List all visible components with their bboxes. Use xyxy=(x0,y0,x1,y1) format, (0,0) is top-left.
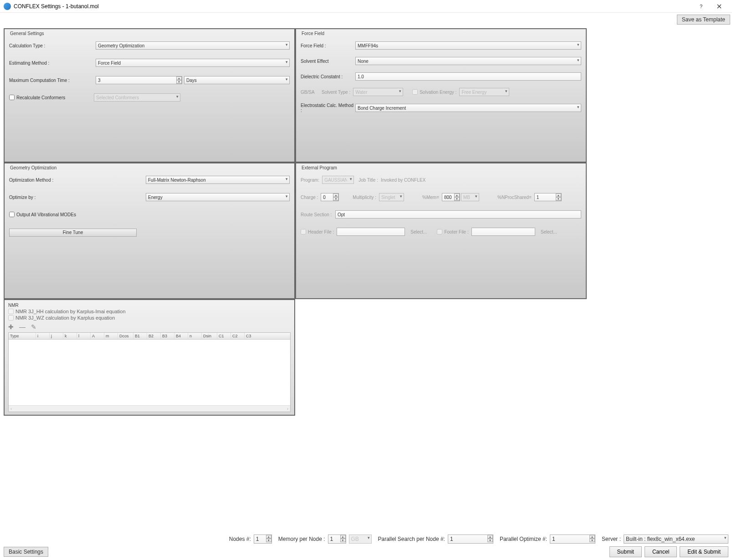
spinner-down-icon[interactable]: ▼ xyxy=(176,80,182,84)
nmr-table: Type i j k l A m Dcos B1 B2 B3 B4 n Dsin… xyxy=(8,332,291,412)
bottom-bar: Nodes #: ▲▼ Memory per Node : ▲▼ GB Para… xyxy=(0,532,732,546)
general-settings-panel: General Settings Calculation Type : Geom… xyxy=(4,28,295,163)
submit-button[interactable]: Submit xyxy=(609,546,642,557)
mem-unit-select: GB xyxy=(349,535,372,544)
nmr-col-B4[interactable]: B4 xyxy=(174,333,188,339)
recalc-label: Recalculate Conformers xyxy=(16,95,94,100)
nmr-col-B3[interactable]: B3 xyxy=(161,333,174,339)
add-icon: ✚ xyxy=(8,323,14,331)
nmr-col-A[interactable]: A xyxy=(91,333,104,339)
calc-type-label: Calculation Type : xyxy=(9,43,96,48)
max-comp-label: Maximum Computation Time : xyxy=(9,78,96,83)
footer-file-label: Footer File : xyxy=(444,229,468,234)
solvent-effect-select[interactable]: None xyxy=(355,57,581,65)
parallel-opt-label: Parallel Optimize #: xyxy=(500,536,547,542)
program-select: GAUSSIAN xyxy=(322,176,354,184)
force-field-panel: Force Field Force Field : MMFF94s Solven… xyxy=(295,28,587,163)
window-title: CONFLEX Settings - 1-butanol.mol xyxy=(14,3,99,10)
solvation-energy-label: Solvation Energy : xyxy=(420,90,456,95)
save-as-template-button[interactable]: Save as Template xyxy=(677,15,730,25)
max-comp-unit-select[interactable]: Days xyxy=(184,76,290,84)
program-label: Program: xyxy=(301,178,319,183)
electro-select[interactable]: Bond Charge Increment xyxy=(355,104,581,112)
spinner-down-icon[interactable]: ▼ xyxy=(266,539,271,542)
nmr-col-B1[interactable]: B1 xyxy=(133,333,147,339)
recalc-conformers-checkbox[interactable] xyxy=(9,95,15,100)
nmr-hh-label: NMR 3J_HH calculation by Karplus-Imai eq… xyxy=(15,309,126,314)
remove-icon: — xyxy=(19,323,26,331)
header-file-label: Header File : xyxy=(308,229,334,234)
optimize-by-select[interactable]: Energy xyxy=(146,193,290,201)
nmr-col-k[interactable]: k xyxy=(63,333,77,339)
route-input xyxy=(335,210,581,219)
nmr-scrollbar[interactable]: ‹› xyxy=(9,405,290,412)
app-icon xyxy=(4,3,11,10)
jobtitle-value: Invoked by CONFLEX xyxy=(381,178,425,183)
parallel-search-label: Parallel Search per Node #: xyxy=(378,536,445,542)
nmr-col-C1[interactable]: C1 xyxy=(217,333,231,339)
nodes-label: Nodes #: xyxy=(229,536,251,542)
ff-legend: Force Field xyxy=(302,31,324,36)
nmr-col-l[interactable]: l xyxy=(77,333,91,339)
spinner-up-icon[interactable]: ▲ xyxy=(176,76,182,80)
nmr-col-C3[interactable]: C3 xyxy=(245,333,290,339)
nmr-panel: NMR NMR 3J_HH calculation by Karplus-Ima… xyxy=(4,299,295,416)
spinner-up-icon[interactable]: ▲ xyxy=(266,535,271,539)
mem-per-node-label: Memory per Node : xyxy=(278,536,325,542)
basic-settings-button[interactable]: Basic Settings xyxy=(4,547,48,557)
server-label: Server : xyxy=(602,536,621,542)
parallel-opt-input[interactable] xyxy=(550,535,595,544)
nmr-col-B2[interactable]: B2 xyxy=(147,333,161,339)
nmr-col-i[interactable]: i xyxy=(36,333,50,339)
nmr-wz-checkbox xyxy=(8,315,14,321)
gbsa-label: GB/SA xyxy=(301,90,319,95)
nmr-col-Dsin[interactable]: Dsin xyxy=(202,333,217,339)
solvent-type-label: Solvent Type : xyxy=(322,90,350,95)
route-label: Route Section : xyxy=(301,212,333,217)
help-button[interactable]: ? xyxy=(692,0,710,13)
external-program-panel: External Program Program: GAUSSIAN Job T… xyxy=(295,163,587,299)
server-select[interactable]: Built-in : flex8c_win_x64.exe xyxy=(624,535,728,544)
scroll-left-icon[interactable]: ‹ xyxy=(9,407,14,411)
nmr-col-Dcos[interactable]: Dcos xyxy=(118,333,133,339)
est-method-label: Estimating Method : xyxy=(9,61,96,66)
header-select-button: Select... xyxy=(410,229,427,234)
nmr-col-j[interactable]: j xyxy=(50,333,63,339)
nmr-col-type[interactable]: Type xyxy=(9,333,36,339)
nmr-col-m[interactable]: m xyxy=(104,333,118,339)
footer-select-button: Select... xyxy=(541,229,557,234)
external-legend: External Program xyxy=(302,165,337,170)
solvation-energy-checkbox xyxy=(412,89,418,95)
output-vib-checkbox[interactable] xyxy=(9,212,15,217)
close-button[interactable] xyxy=(710,0,728,13)
ff-select[interactable]: MMFF94s xyxy=(355,41,581,50)
header-file-checkbox xyxy=(301,229,306,234)
nmr-col-n[interactable]: n xyxy=(188,333,202,339)
opt-method-select[interactable]: Full-Matrix Newton-Raphson xyxy=(146,176,290,184)
nmr-table-body xyxy=(9,340,290,405)
solvent-type-select: Water xyxy=(353,88,403,96)
parallel-search-input[interactable] xyxy=(448,535,493,544)
cancel-button[interactable]: Cancel xyxy=(645,546,677,557)
scroll-right-icon[interactable]: › xyxy=(285,407,290,411)
header-file-input xyxy=(337,228,405,236)
mem-unit-select: MB xyxy=(461,193,479,201)
edit-submit-button[interactable]: Edit & Submit xyxy=(680,546,728,557)
ff-label: Force Field : xyxy=(301,43,355,48)
jobtitle-label: Job Title : xyxy=(358,178,378,183)
calc-type-select[interactable]: Geometry Optimization xyxy=(96,41,290,50)
output-vib-label: Output All Vibrational MODEs xyxy=(16,212,76,217)
nmr-col-C2[interactable]: C2 xyxy=(231,333,245,339)
charge-label: Charge : xyxy=(301,195,318,200)
optimize-by-label: Optimize by : xyxy=(9,195,146,200)
mem-label: %Mem= xyxy=(422,195,439,200)
fine-tune-button[interactable]: Fine Tune xyxy=(9,229,137,237)
est-method-select[interactable]: Force Field xyxy=(96,59,290,67)
title-bar: CONFLEX Settings - 1-butanol.mol ? xyxy=(0,0,732,13)
nmr-hh-checkbox xyxy=(8,309,14,314)
max-comp-value-input[interactable] xyxy=(96,76,182,84)
nmr-legend: NMR xyxy=(8,303,291,308)
dielectric-input[interactable] xyxy=(355,72,581,81)
nmr-wz-label: NMR 3J_WZ calculation by Karplus equatio… xyxy=(15,315,115,321)
general-legend: General Settings xyxy=(10,31,44,36)
